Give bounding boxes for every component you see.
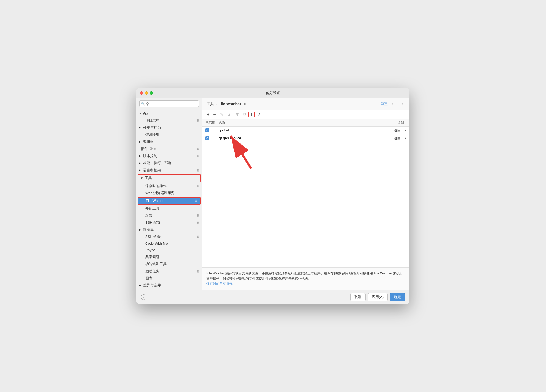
dropdown-icon[interactable]: ▾ [401, 137, 406, 140]
table-header: 已启用 名称 级别 [202, 119, 410, 127]
sidebar-item-file-watcher[interactable]: File Watcher ▦ [138, 198, 200, 204]
titlebar: 偏好设置 [136, 88, 410, 98]
sidebar-item-label: 工具 [145, 176, 152, 181]
move-down-button[interactable]: ▼ [234, 112, 241, 118]
col-enabled-header: 已启用 [205, 121, 219, 125]
checkbox-enabled[interactable]: ✓ [205, 128, 209, 132]
back-button[interactable]: ← [390, 101, 396, 107]
table-row[interactable]: ✓ go fmt 项目 ▾ [202, 127, 410, 134]
checkbox-enabled[interactable]: ✓ [205, 136, 209, 140]
sidebar-item-tools[interactable]: ▼ 工具 [138, 175, 200, 182]
remove-button[interactable]: − [212, 112, 217, 118]
sidebar-item-code-with-me[interactable]: Code With Me [136, 240, 202, 247]
footer: ? 取消 应用(A) 确定 [136, 290, 410, 304]
sidebar-item-label: 功能培训工具 [145, 262, 167, 267]
sidebar-item-label: 插件 [141, 146, 148, 151]
ok-button[interactable]: 确定 [390, 293, 405, 301]
sidebar-item-label: 键盘映射 [145, 132, 159, 137]
preferences-window: 偏好设置 🔍 ▼ Go 项目结构 ▦ [136, 88, 410, 304]
move-up-button[interactable]: ▲ [225, 112, 233, 118]
help-button[interactable]: ? [141, 294, 146, 300]
chevron-right-icon: ▶ [139, 169, 142, 172]
sidebar-item-terminal[interactable]: 终端 ▦ [136, 212, 202, 219]
chevron-right-icon: ▶ [139, 228, 142, 231]
breadcrumb: 工具 › File Watcher ≡ [206, 101, 381, 106]
footer-left: ? [141, 294, 146, 300]
grid-icon: ▦ [196, 168, 199, 172]
description-link[interactable]: 保存时的所有操作... [206, 282, 235, 286]
search-input[interactable] [139, 100, 199, 107]
sidebar-item-label: 终端 [145, 213, 152, 218]
grid-icon: ▦ [196, 147, 199, 151]
window-title: 偏好设置 [266, 91, 280, 95]
description-text: File Watcher 跟踪对项目文件的变更，并使用指定的形参运行配置的第三方… [206, 271, 405, 281]
sidebar-item-label: 外观与行为 [143, 125, 161, 130]
content-area: 🔍 ▼ Go 项目结构 ▦ ▶ 外观与行为 [136, 98, 410, 290]
sidebar-item-external-tools[interactable]: 外部工具 [136, 205, 202, 212]
table-row[interactable]: ✓ gf gen service 项目 ▾ [202, 134, 410, 142]
close-button[interactable] [140, 91, 143, 95]
sidebar-item-label: 构建、执行、部署 [143, 161, 171, 166]
sidebar-item-shared-index[interactable]: 共享索引 [136, 253, 202, 261]
grid-icon: ▦ [196, 119, 199, 122]
import-button[interactable]: ⬇ [248, 112, 255, 117]
sidebar-item-go[interactable]: ▼ Go [136, 110, 202, 117]
sidebar-item-label: 语言和框架 [143, 168, 161, 173]
copy-button[interactable]: ⧉ [242, 112, 248, 118]
chevron-right-icon: ▶ [139, 161, 142, 164]
edit-button[interactable]: ✎ [218, 112, 225, 118]
sidebar-item-build[interactable]: ▶ 构建、执行、部署 [136, 160, 202, 167]
sidebar-item-plugins[interactable]: 插件 ② 文 ▦ [136, 145, 202, 152]
chevron-right-icon: ▶ [139, 284, 142, 287]
sidebar-item-language[interactable]: ▶ 语言和框架 ▦ [136, 167, 202, 174]
export-button[interactable]: ↗ [256, 112, 262, 118]
minimize-button[interactable] [145, 91, 148, 95]
chevron-right-icon: ▶ [139, 126, 142, 129]
grid-icon: ▦ [196, 235, 199, 238]
toolbar: + − ✎ ▲ ▼ ⧉ ⬇ ↗ [202, 110, 410, 119]
table-area: ✓ go fmt 项目 ▾ ✓ gf gen service 项目 ▾ [202, 127, 410, 267]
dropdown-icon[interactable]: ▾ [401, 129, 406, 132]
cancel-button[interactable]: 取消 [350, 293, 366, 301]
search-icon: 🔍 [141, 102, 145, 105]
apply-button[interactable]: 应用(A) [368, 293, 388, 301]
sidebar-item-keymap[interactable]: 键盘映射 [136, 131, 202, 138]
sidebar-item-label: Web 浏览器和预览 [145, 191, 175, 196]
checkbox-col: ✓ [205, 136, 219, 140]
sidebar-item-label: Code With Me [145, 241, 168, 246]
sidebar-item-editor[interactable]: ▶ 编辑器 [136, 138, 202, 145]
sidebar-item-web-browser[interactable]: Web 浏览器和预览 [136, 190, 202, 197]
sidebar-item-label: SSH 终端 [145, 234, 161, 239]
sidebar-item-label: 共享索引 [145, 255, 159, 259]
search-area: 🔍 [136, 98, 202, 109]
traffic-lights [140, 91, 153, 95]
forward-button[interactable]: → [399, 101, 405, 107]
sidebar-item-rsync[interactable]: Rsync [136, 247, 202, 253]
sidebar-item-database[interactable]: ▶ 数据库 [136, 226, 202, 233]
plugins-badge: ② 文 [150, 147, 156, 151]
breadcrumb-current: File Watcher [219, 102, 241, 106]
sidebar-item-save-actions[interactable]: 保存时的操作 ▦ [136, 182, 202, 190]
maximize-button[interactable] [150, 91, 153, 95]
sidebar-item-label: Rsync [145, 248, 155, 252]
grid-icon: ▦ [196, 184, 199, 188]
sidebar-item-vcs[interactable]: ▶ 版本控制 ▦ [136, 152, 202, 160]
grid-icon: ▦ [196, 154, 199, 158]
sidebar-item-label: 编辑器 [143, 139, 154, 144]
sidebar-item-diff-merge[interactable]: ▶ 差异与合并 [136, 282, 202, 289]
panel-header: 工具 › File Watcher ≡ 重置 ← → [202, 98, 410, 110]
chevron-right-icon: ▶ [139, 140, 142, 143]
sidebar-item-startup-tasks[interactable]: 启动任务 ▦ [136, 268, 202, 275]
reset-button[interactable]: 重置 [381, 101, 388, 106]
sidebar-item-ssh-config[interactable]: SSH 配置 ▦ [136, 219, 202, 226]
add-button[interactable]: + [205, 112, 211, 118]
sidebar-item-feature-trainer[interactable]: 功能培训工具 [136, 261, 202, 268]
chevron-right-icon: ▶ [139, 154, 142, 157]
sidebar-item-diagrams[interactable]: 图表 [136, 275, 202, 282]
sidebar-item-project-structure[interactable]: 项目结构 ▦ [136, 117, 202, 124]
panel-actions: 重置 ← → [381, 101, 405, 107]
breadcrumb-icon: ≡ [244, 102, 245, 106]
sidebar-item-appearance[interactable]: ▶ 外观与行为 [136, 124, 202, 131]
sidebar-item-ssh-terminal[interactable]: SSH 终端 ▦ [136, 233, 202, 240]
breadcrumb-separator: › [216, 102, 217, 106]
